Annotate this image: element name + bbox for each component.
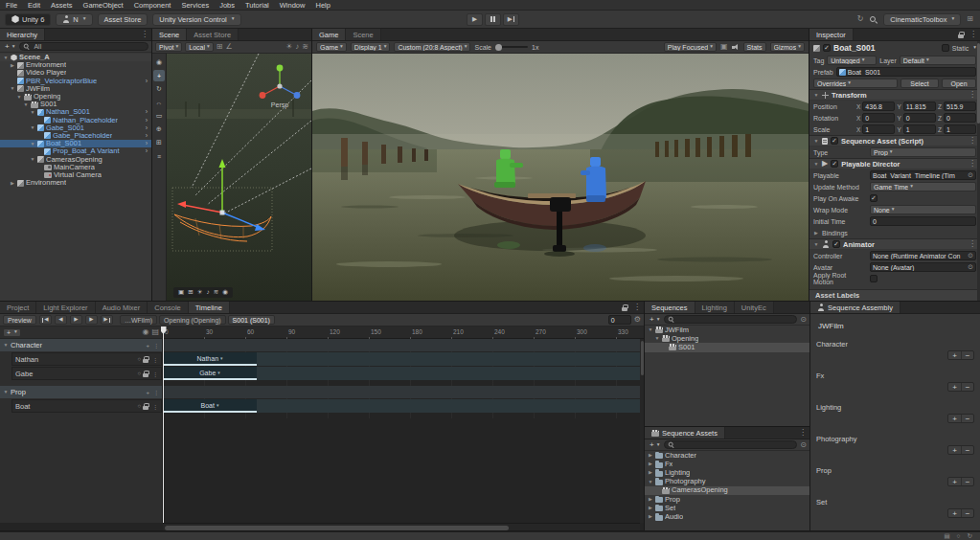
overlay-light-icon[interactable]: ☀ xyxy=(197,289,203,296)
tab-timeline[interactable]: Timeline xyxy=(189,302,230,313)
component-enabled-toggle[interactable] xyxy=(832,240,840,248)
unity-version-badge[interactable]: Unity 6 xyxy=(5,13,51,26)
menu-item-window[interactable]: Window xyxy=(280,1,306,10)
hierarchy-item-jwfilm[interactable]: ▼JWFilm xyxy=(0,85,151,93)
lock-icon[interactable] xyxy=(143,371,148,377)
asset-store-button[interactable]: Asset Store xyxy=(98,13,148,26)
play-button[interactable]: ▶ xyxy=(467,13,483,26)
component-menu-icon[interactable]: ⋮ xyxy=(969,160,976,168)
tab-game[interactable]: Game xyxy=(312,29,346,40)
tab-lighting[interactable]: Lighting xyxy=(695,302,735,313)
foldout-icon[interactable]: ▼ xyxy=(648,480,653,484)
active-toggle[interactable] xyxy=(823,44,831,52)
menu-item-jobs[interactable]: Jobs xyxy=(219,1,235,10)
asset-item-camerasopening[interactable]: CamerasOpening xyxy=(645,486,809,495)
pivot-dropdown[interactable]: Pivot▾ xyxy=(155,42,182,52)
menu-item-assets[interactable]: Assets xyxy=(51,1,73,10)
add-button[interactable]: + xyxy=(948,383,961,391)
hierarchy-menu-icon[interactable]: ⋮ xyxy=(138,29,151,40)
foldout-icon[interactable]: ▼ xyxy=(23,102,29,107)
animator-component-header[interactable]: ▼ Animator ⋮ xyxy=(809,238,980,250)
asset-item-audio[interactable]: ▶Audio xyxy=(645,512,809,521)
tab-asset-store[interactable]: Asset Store xyxy=(187,29,239,40)
layers-icon[interactable]: ⊞ xyxy=(967,15,973,23)
rect-tool-icon[interactable]: ▭ xyxy=(153,110,165,122)
sequence-item-jwfilm[interactable]: ▼JWFilm xyxy=(645,326,809,334)
markers-toggle-icon[interactable]: ◉ xyxy=(142,328,148,336)
tab-project[interactable]: Project xyxy=(0,302,36,313)
stats-button[interactable]: Stats xyxy=(743,42,766,52)
more-tools-icon[interactable]: ≡ xyxy=(153,150,165,162)
prefab-open-icon[interactable]: › xyxy=(146,140,149,147)
timeline-clip-boat[interactable]: Boat▾ xyxy=(163,399,257,413)
hierarchy-item-virtual-camera[interactable]: Virtual Camera xyxy=(0,171,151,179)
foldout-icon[interactable]: ▼ xyxy=(30,142,35,146)
layer-dropdown[interactable]: Default▾ xyxy=(900,56,976,65)
scene-fx-icon[interactable]: ≋ xyxy=(302,43,308,51)
hierarchy-item-pbr-velociraptorblue[interactable]: PBR_VelociraptorBlue› xyxy=(0,78,151,85)
menu-item-file[interactable]: File xyxy=(6,1,17,10)
menu-item-services[interactable]: Services xyxy=(181,1,209,10)
hierarchy-item-prop-boat-a-variant[interactable]: Prop_Boat_A Variant› xyxy=(0,147,151,155)
hierarchy-item-nathan-placeholder[interactable]: Nathan_Placeholder› xyxy=(0,117,151,124)
asset-item-fx[interactable]: ▶Fx xyxy=(645,460,809,468)
position-y-field[interactable]: 11.815 xyxy=(903,101,936,111)
timeline-playhead[interactable] xyxy=(163,326,164,523)
hierarchy-item-opening[interactable]: ▼Opening xyxy=(0,93,151,101)
prefab-open-icon[interactable]: › xyxy=(146,124,149,132)
rotation-y-field[interactable]: 0 xyxy=(903,113,936,123)
prefab-open-icon[interactable]: › xyxy=(146,117,149,124)
hierarchy-item-nathan-s001[interactable]: ▼Nathan_S001› xyxy=(0,108,151,116)
asset-item-character[interactable]: ▶Character xyxy=(645,451,809,460)
play-on-awake-checkbox[interactable] xyxy=(870,194,877,202)
foldout-icon[interactable]: ▼ xyxy=(30,125,35,130)
display-dropdown[interactable]: Display 1▾ xyxy=(351,42,391,52)
foldout-icon[interactable]: ▼ xyxy=(813,139,819,144)
aspect-dropdown[interactable]: Custom (20:8 Aspect)▾ xyxy=(394,42,470,52)
foldout-icon[interactable]: ▶ xyxy=(648,514,653,519)
clip-menu-icon[interactable]: ▾ xyxy=(217,402,219,408)
remove-button[interactable]: − xyxy=(961,383,973,391)
grid-snap-icon[interactable]: ⊞ xyxy=(217,43,223,51)
track-menu-icon[interactable]: ⋮ xyxy=(152,356,158,363)
lock-icon[interactable] xyxy=(143,356,148,363)
hierarchy-item-s001[interactable]: ▼S001 xyxy=(0,101,151,108)
tab-scene[interactable]: Scene xyxy=(152,29,187,40)
prefab-open-icon[interactable]: › xyxy=(146,132,149,140)
object-picker-icon[interactable]: ⊙ xyxy=(968,252,973,259)
hierarchy-item-environment[interactable]: ▶Environment xyxy=(0,179,151,187)
timeline-menu-icon[interactable]: ⋮ xyxy=(630,302,644,313)
create-object-button[interactable]: +▾ xyxy=(3,42,16,51)
breadcrumb-master-sequence[interactable]: …WFilm) xyxy=(120,315,157,325)
foldout-icon[interactable]: ▶ xyxy=(10,63,15,68)
help-icon[interactable]: ⊙ xyxy=(800,441,807,449)
play-focused-dropdown[interactable]: Play Focused▾ xyxy=(664,42,717,52)
asset-item-lighting[interactable]: ▶Lighting xyxy=(645,468,809,477)
remove-button[interactable]: − xyxy=(961,509,973,517)
tab-console[interactable]: Console xyxy=(148,302,189,313)
prefab-field[interactable]: Boat_S001 xyxy=(836,67,976,77)
foldout-icon[interactable]: ▼ xyxy=(30,110,35,115)
controller-field[interactable]: None (Runtime Animator Con ⊙ xyxy=(870,251,976,260)
menu-item-edit[interactable]: Edit xyxy=(28,1,40,10)
timeline-group-prop[interactable]: ▼Prop+⋮ xyxy=(0,386,162,398)
game-viewport[interactable] xyxy=(312,54,809,301)
breadcrumb-opening[interactable]: Opening (Opening) xyxy=(159,315,226,325)
foldout-icon[interactable]: ▼ xyxy=(813,242,819,247)
add-override-icon[interactable]: + xyxy=(146,343,149,349)
record-icon[interactable]: ○ xyxy=(137,356,141,362)
initial-time-field[interactable]: 0 xyxy=(870,216,976,226)
sequences-search-input[interactable] xyxy=(664,315,797,324)
add-asset-button[interactable]: +▾ xyxy=(648,440,661,449)
game-menu-dropdown[interactable]: Game▾ xyxy=(316,42,347,52)
hierarchy-item-camerasopening[interactable]: ▼CamerasOpening xyxy=(0,155,151,163)
foldout-icon[interactable]: ▶ xyxy=(648,453,653,458)
help-icon[interactable]: ⊙ xyxy=(800,316,807,324)
object-picker-icon[interactable]: ⊙ xyxy=(968,171,973,179)
hierarchy-item-maincamera[interactable]: MainCamera xyxy=(0,164,151,171)
previous-frame-button[interactable]: ◀ xyxy=(55,315,67,325)
hierarchy-item-scene-a[interactable]: ▼Scene_A xyxy=(0,54,151,61)
clip-menu-icon[interactable]: ▾ xyxy=(220,355,223,361)
gameobject-name-field[interactable]: Boat_S001 xyxy=(833,43,875,53)
timeline-track-nathan[interactable]: Nathan○⋮ xyxy=(11,352,162,366)
